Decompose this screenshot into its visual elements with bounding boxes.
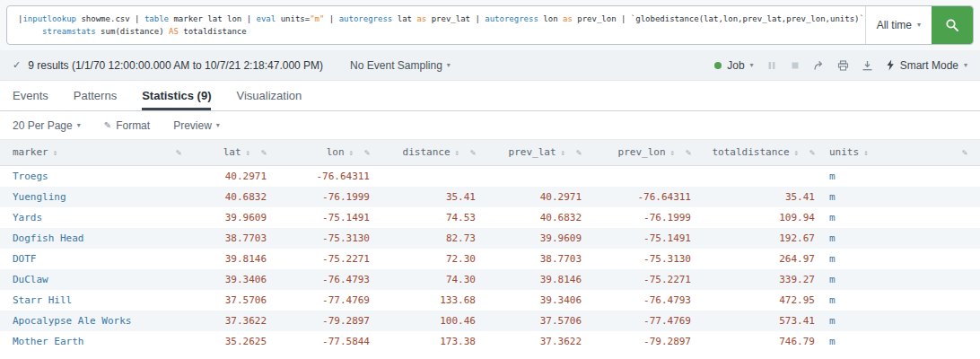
job-menu[interactable]: Job ▾ bbox=[714, 59, 753, 72]
cell-distance[interactable]: 100.46 bbox=[377, 311, 483, 331]
cell-totaldistance[interactable]: 573.41 bbox=[698, 311, 822, 331]
sort-icon[interactable]: ⇕ bbox=[53, 148, 57, 157]
cell-lon[interactable]: -75.3130 bbox=[274, 228, 377, 249]
cell-prev_lat[interactable]: 37.3622 bbox=[483, 331, 589, 352]
cell-units[interactable]: m bbox=[822, 311, 980, 331]
column-header-distance[interactable]: distance⇕✎ bbox=[377, 140, 483, 165]
cell-units[interactable]: m bbox=[822, 249, 980, 269]
cell-prev_lat[interactable]: 39.8146 bbox=[483, 269, 589, 290]
cell-marker[interactable]: Yards bbox=[0, 207, 188, 228]
cell-distance[interactable]: 72.30 bbox=[377, 249, 483, 269]
edit-column-icon[interactable]: ✎ bbox=[176, 147, 181, 157]
cell-distance[interactable]: 82.73 bbox=[377, 228, 483, 249]
tab-events[interactable]: Events bbox=[13, 81, 48, 110]
cell-distance[interactable]: 133.68 bbox=[377, 290, 483, 311]
cell-prev_lat[interactable]: 40.2971 bbox=[483, 187, 589, 207]
cell-prev_lon[interactable]: -75.1491 bbox=[589, 228, 698, 249]
sort-icon[interactable]: ⇕ bbox=[349, 148, 354, 157]
per-page-dropdown[interactable]: 20 Per Page ▾ bbox=[13, 119, 81, 132]
cell-totaldistance[interactable]: 192.67 bbox=[698, 228, 822, 249]
preview-dropdown[interactable]: Preview ▾ bbox=[173, 119, 220, 132]
sort-icon[interactable]: ⇕ bbox=[246, 148, 250, 157]
share-button[interactable] bbox=[813, 60, 825, 71]
edit-column-icon[interactable]: ✎ bbox=[261, 147, 267, 157]
cell-lon[interactable]: -76.1999 bbox=[274, 187, 377, 207]
time-range-picker[interactable]: All time ▾ bbox=[865, 6, 932, 44]
cell-marker[interactable]: Yuengling bbox=[0, 187, 188, 207]
cell-units[interactable]: m bbox=[822, 290, 980, 311]
cell-prev_lat[interactable]: 39.3406 bbox=[483, 290, 589, 311]
cell-totaldistance[interactable]: 264.97 bbox=[698, 249, 822, 269]
cell-units[interactable]: m bbox=[822, 207, 980, 228]
cell-lon[interactable]: -79.2897 bbox=[274, 311, 377, 331]
pause-button[interactable] bbox=[766, 60, 777, 71]
sort-icon[interactable]: ⇕ bbox=[670, 148, 675, 157]
cell-marker[interactable]: Troegs bbox=[0, 165, 188, 187]
edit-column-icon[interactable]: ✎ bbox=[364, 147, 370, 157]
cell-lat[interactable]: 37.5706 bbox=[188, 290, 274, 311]
tab-visualization[interactable]: Visualization bbox=[236, 81, 302, 110]
cell-lon[interactable]: -77.5844 bbox=[274, 331, 377, 352]
cell-lat[interactable]: 38.7703 bbox=[188, 228, 274, 249]
search-mode-menu[interactable]: Smart Mode ▾ bbox=[886, 59, 967, 72]
cell-marker[interactable]: DuClaw bbox=[0, 269, 188, 290]
cell-units[interactable]: m bbox=[822, 228, 980, 249]
cell-lat[interactable]: 37.3622 bbox=[188, 311, 274, 331]
edit-column-icon[interactable]: ✎ bbox=[470, 147, 476, 157]
column-header-marker[interactable]: marker⇕✎ bbox=[0, 140, 188, 165]
cell-prev_lon[interactable]: -76.4793 bbox=[589, 290, 698, 311]
cell-prev_lat[interactable]: 37.5706 bbox=[483, 311, 589, 331]
cell-lat[interactable]: 40.2971 bbox=[188, 165, 274, 187]
cell-lat[interactable]: 39.9609 bbox=[188, 207, 274, 228]
cell-prev_lon[interactable]: -76.1999 bbox=[589, 207, 698, 228]
column-header-prev_lon[interactable]: prev_lon⇕✎ bbox=[589, 140, 698, 165]
event-sampling-dropdown[interactable]: No Event Sampling ▾ bbox=[350, 59, 451, 72]
cell-units[interactable]: m bbox=[822, 187, 980, 207]
cell-marker[interactable]: Apocalypse Ale Works bbox=[0, 311, 188, 331]
cell-totaldistance[interactable]: 109.94 bbox=[698, 207, 822, 228]
cell-distance[interactable]: 74.30 bbox=[377, 269, 483, 290]
column-header-lon[interactable]: lon⇕✎ bbox=[274, 140, 377, 165]
search-input[interactable]: |inputlookup showme.csv | table marker l… bbox=[7, 6, 865, 44]
column-header-prev_lat[interactable]: prev_lat⇕✎ bbox=[483, 140, 589, 165]
search-button[interactable] bbox=[932, 6, 973, 44]
tab-patterns[interactable]: Patterns bbox=[74, 81, 117, 110]
cell-distance[interactable]: 173.38 bbox=[377, 331, 483, 352]
cell-lat[interactable]: 40.6832 bbox=[188, 187, 274, 207]
format-button[interactable]: ✎ Format bbox=[104, 119, 150, 132]
cell-lon[interactable]: -76.4793 bbox=[274, 269, 377, 290]
cell-units[interactable]: m bbox=[822, 165, 980, 187]
cell-prev_lon[interactable]: -77.4769 bbox=[589, 311, 698, 331]
export-button[interactable] bbox=[862, 60, 873, 71]
cell-units[interactable]: m bbox=[822, 269, 980, 290]
edit-column-icon[interactable]: ✎ bbox=[686, 147, 691, 157]
edit-column-icon[interactable]: ✎ bbox=[576, 147, 582, 157]
cell-lat[interactable]: 35.2625 bbox=[188, 331, 274, 352]
cell-marker[interactable]: Dogfish Head bbox=[0, 228, 188, 249]
cell-totaldistance[interactable]: 339.27 bbox=[698, 269, 822, 290]
cell-distance[interactable]: 74.53 bbox=[377, 207, 483, 228]
cell-prev_lon[interactable]: -76.64311 bbox=[589, 187, 698, 207]
cell-distance[interactable]: 35.41 bbox=[377, 187, 483, 207]
cell-lon[interactable]: -75.1491 bbox=[274, 207, 377, 228]
column-header-totaldistance[interactable]: totaldistance⇕✎ bbox=[698, 140, 822, 165]
cell-prev_lon[interactable]: -79.2897 bbox=[589, 331, 698, 352]
cell-units[interactable]: m bbox=[822, 331, 980, 352]
column-header-units[interactable]: units⇕✎ bbox=[822, 140, 980, 165]
column-header-lat[interactable]: lat⇕✎ bbox=[188, 140, 274, 165]
cell-lat[interactable]: 39.8146 bbox=[188, 249, 274, 269]
cell-marker[interactable]: DOTF bbox=[0, 249, 188, 269]
cell-prev_lon[interactable]: -75.3130 bbox=[589, 249, 698, 269]
edit-column-icon[interactable]: ✎ bbox=[809, 147, 815, 157]
cell-totaldistance[interactable]: 35.41 bbox=[698, 187, 822, 207]
sort-icon[interactable]: ⇕ bbox=[455, 148, 459, 157]
sort-icon[interactable]: ⇕ bbox=[561, 148, 565, 157]
cell-marker[interactable]: Mother Earth bbox=[0, 331, 188, 352]
cell-prev_lat[interactable]: 40.6832 bbox=[483, 207, 589, 228]
cell-lat[interactable]: 39.3406 bbox=[188, 269, 274, 290]
sort-icon[interactable]: ⇕ bbox=[863, 148, 868, 157]
tab-statistics-9[interactable]: Statistics (9) bbox=[142, 81, 211, 110]
cell-prev_lon[interactable]: -75.2271 bbox=[589, 269, 698, 290]
cell-prev_lat[interactable]: 39.9609 bbox=[483, 228, 589, 249]
print-button[interactable] bbox=[837, 60, 849, 71]
